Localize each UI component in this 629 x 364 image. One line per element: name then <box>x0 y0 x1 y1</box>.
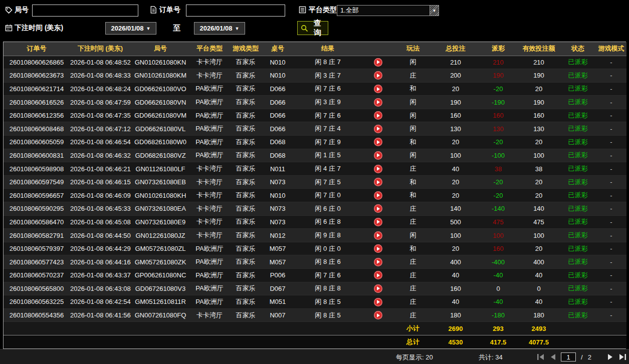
cell-round: GD066261080VL <box>131 122 190 136</box>
cell-order_id: 260108060598908 <box>4 162 70 176</box>
play-video-icon[interactable] <box>374 311 382 319</box>
cell-play_btn[interactable] <box>362 189 393 202</box>
cell-mode: - <box>596 282 626 295</box>
table-row: 2601080606165262026-01-08 06:47:59GD0662… <box>4 96 626 109</box>
cell-play: 庄 <box>393 308 433 322</box>
cell-mode: - <box>596 242 626 255</box>
cell-play_btn[interactable] <box>362 149 393 162</box>
cell-play_btn[interactable] <box>362 215 393 229</box>
cell-table_no: D067 <box>262 282 293 295</box>
cell-mode: - <box>596 295 626 309</box>
cell-play_btn[interactable] <box>362 229 393 242</box>
subtotal-row: 小计 2690 293 2493 <box>4 322 626 335</box>
cell-status: 已派彩 <box>560 282 596 295</box>
table-row: 2601080606008312026-01-08 06:46:32GD0682… <box>4 149 626 162</box>
date-from-button[interactable]: 2026/01/08▼ <box>105 22 156 35</box>
play-video-icon[interactable] <box>374 85 382 93</box>
play-video-icon[interactable] <box>374 151 382 160</box>
cell-play_btn[interactable] <box>362 295 393 309</box>
play-video-icon[interactable] <box>374 71 382 80</box>
table-header-row: 订单号下注时间 (美东)局号平台类型游戏类型桌号结果玩法总投注派彩有效投注额状态… <box>4 42 626 56</box>
cell-time: 2026-01-08 06:46:54 <box>70 136 131 149</box>
cell-platform: 卡卡湾厅 <box>190 56 229 69</box>
cell-platform: PA欧洲厅 <box>190 242 229 255</box>
first-page-icon[interactable] <box>537 354 545 360</box>
magnifier-icon <box>301 25 308 32</box>
cell-table_no: M057 <box>262 255 293 269</box>
cell-table_no: N010 <box>262 56 293 69</box>
search-button-label: 查询 <box>310 19 325 38</box>
cell-valid_bet: 400 <box>518 255 560 269</box>
play-video-icon[interactable] <box>374 111 382 120</box>
cell-order_id: 260108060597549 <box>4 175 70 189</box>
cell-play_btn[interactable] <box>362 136 393 149</box>
cell-play_btn[interactable] <box>362 56 393 69</box>
play-video-icon[interactable] <box>374 178 382 186</box>
date-to-button[interactable]: 2026/01/08▼ <box>194 22 245 35</box>
cell-play_btn[interactable] <box>362 202 393 216</box>
order-input[interactable] <box>186 5 285 17</box>
play-video-icon[interactable] <box>374 58 382 67</box>
cell-status: 已派彩 <box>560 255 596 269</box>
cell-play_btn[interactable] <box>362 175 393 189</box>
cell-play_btn[interactable] <box>362 162 393 176</box>
cell-play_btn[interactable] <box>362 96 393 109</box>
play-video-icon[interactable] <box>374 165 382 173</box>
platform-select[interactable]: 1.全部 ▼ <box>337 5 439 16</box>
play-video-icon[interactable] <box>374 191 382 200</box>
cell-table_no: N010 <box>262 189 293 202</box>
last-page-icon[interactable] <box>618 354 626 360</box>
cell-play: 和 <box>393 189 433 202</box>
cell-time: 2026-01-08 06:47:35 <box>70 109 131 122</box>
play-video-icon[interactable] <box>374 204 382 213</box>
cell-play_btn[interactable] <box>362 242 393 255</box>
play-video-icon[interactable] <box>374 244 382 253</box>
cell-play_btn[interactable] <box>362 109 393 122</box>
list-icon <box>299 6 307 14</box>
cell-total_bet: 20 <box>433 189 479 202</box>
cell-play_btn[interactable] <box>362 69 393 83</box>
cell-game: 百家乐 <box>229 56 262 69</box>
prev-page-icon[interactable] <box>550 354 556 360</box>
cell-mode: - <box>596 56 626 69</box>
play-video-icon[interactable] <box>374 298 382 306</box>
cell-table_no: D068 <box>262 149 293 162</box>
cell-valid_bet: 190 <box>518 96 560 109</box>
cell-platform: 卡卡湾厅 <box>190 308 229 322</box>
cell-status: 已派彩 <box>560 162 596 176</box>
cell-total_bet: 400 <box>433 255 479 269</box>
cell-play: 庄 <box>393 255 433 269</box>
next-page-icon[interactable] <box>607 354 613 360</box>
cell-total_bet: 40 <box>433 295 479 309</box>
play-video-icon[interactable] <box>374 284 382 293</box>
cell-payout: -20 <box>479 175 518 189</box>
cell-play_btn[interactable] <box>362 82 393 96</box>
cell-status: 已派彩 <box>560 175 596 189</box>
cell-play: 庄 <box>393 215 433 229</box>
play-video-icon[interactable] <box>374 271 382 279</box>
cell-mode: - <box>596 202 626 216</box>
cell-play_btn[interactable] <box>362 282 393 295</box>
search-button[interactable]: 查询 <box>297 21 328 35</box>
play-video-icon[interactable] <box>374 231 382 240</box>
cell-play_btn[interactable] <box>362 122 393 136</box>
cell-mode: - <box>596 189 626 202</box>
cell-table_no: D068 <box>262 136 293 149</box>
page-input[interactable] <box>561 352 576 361</box>
play-video-icon[interactable] <box>374 138 382 146</box>
cell-time: 2026-01-08 06:46:21 <box>70 162 131 176</box>
play-video-icon[interactable] <box>374 98 382 107</box>
cell-table_no: N011 <box>262 162 293 176</box>
cell-game: 百家乐 <box>229 215 262 229</box>
cell-play_btn[interactable] <box>362 255 393 269</box>
play-video-icon[interactable] <box>374 125 382 133</box>
play-video-icon[interactable] <box>374 218 382 226</box>
cell-result: 闲 8 庄 6 <box>293 255 362 269</box>
cell-play_btn[interactable] <box>362 308 393 322</box>
play-video-icon[interactable] <box>374 258 382 266</box>
cell-play_btn[interactable] <box>362 269 393 282</box>
cell-table_no: N012 <box>262 229 293 242</box>
cell-play: 闲 <box>393 229 433 242</box>
round-input[interactable] <box>32 5 138 17</box>
cell-order_id: 260108060565800 <box>4 282 70 295</box>
